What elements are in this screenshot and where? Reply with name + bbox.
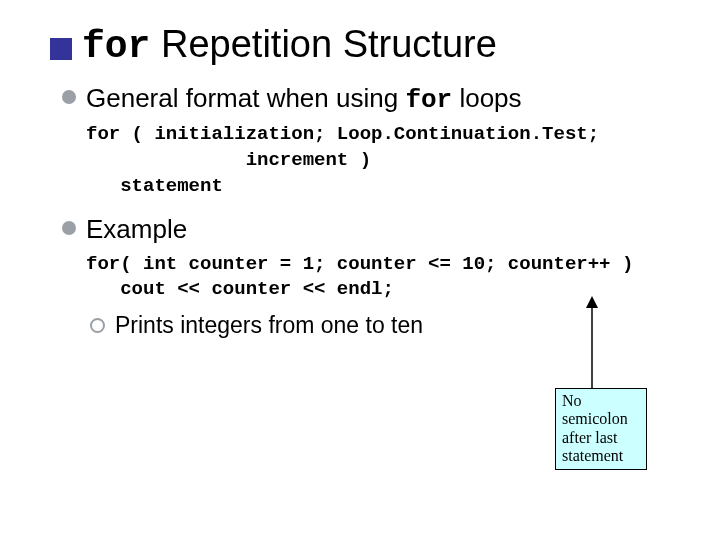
title-keyword: for (82, 25, 150, 68)
callout-no-semicolon: No semicolon after last statement (555, 388, 647, 470)
general-code-kw: for (405, 85, 452, 115)
general-suffix: loops (452, 83, 521, 113)
slide-title: for Repetition Structure (50, 24, 684, 68)
bullet-prints-text: Prints integers from one to ten (115, 311, 423, 341)
bullet-general-text: General format when using for loops (86, 82, 522, 117)
bullet-example: Example (62, 213, 684, 246)
circle-bullet-icon (90, 318, 105, 333)
code-general-format: for ( initialization; Loop.Continuation.… (86, 122, 684, 199)
title-bullet-icon (50, 38, 72, 60)
disc-bullet-icon (62, 90, 76, 104)
disc-bullet-icon (62, 221, 76, 235)
svg-marker-1 (586, 296, 598, 308)
callout-arrow-icon (582, 296, 602, 392)
bullet-general: General format when using for loops (62, 82, 684, 117)
title-text: for Repetition Structure (82, 24, 497, 68)
general-prefix: General format when using (86, 83, 405, 113)
bullet-example-text: Example (86, 213, 187, 246)
slide: for Repetition Structure General format … (0, 0, 720, 540)
title-rest: Repetition Structure (150, 23, 496, 65)
